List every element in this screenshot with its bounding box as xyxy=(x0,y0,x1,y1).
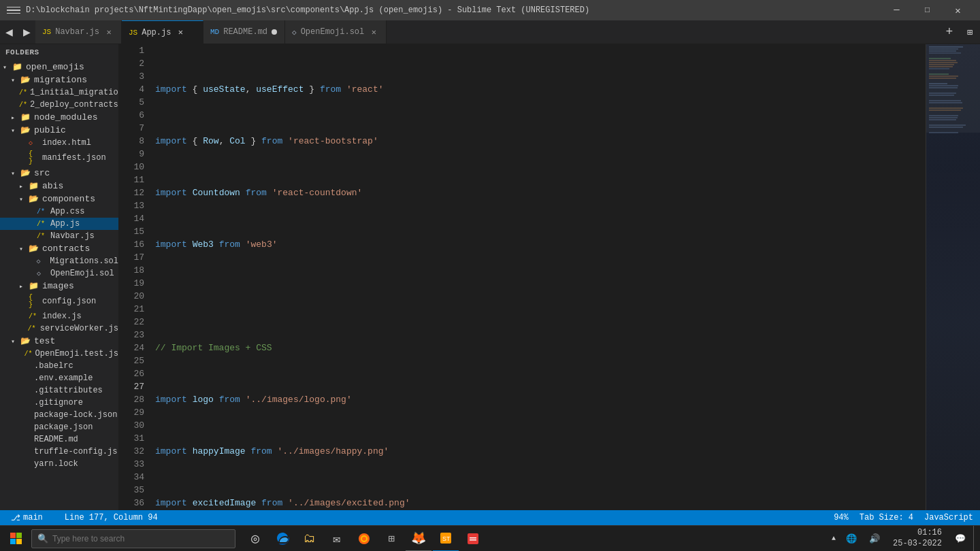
firefox-icon xyxy=(357,532,371,546)
tab-layout-button[interactable]: ⊞ xyxy=(960,20,980,44)
sidebar-item-src[interactable]: ▾ 📂 src xyxy=(0,167,118,180)
taskbar-terminal-button[interactable]: ⊞ xyxy=(378,526,404,552)
sidebar-label-node-modules: node_modules xyxy=(34,112,98,122)
tab-nav-forward[interactable]: ▶ xyxy=(18,20,35,44)
sidebar-item-node-modules[interactable]: ▸ 📁 node_modules xyxy=(0,111,118,124)
close-button[interactable]: ✕ xyxy=(943,0,973,20)
tab-appjs[interactable]: JS App.js ✕ xyxy=(122,20,203,44)
tray-network-icon[interactable]: 🌐 xyxy=(841,526,862,552)
sidebar-item-migrations-sol[interactable]: ◇ Migrations.sol xyxy=(0,255,118,267)
start-button[interactable] xyxy=(3,526,30,552)
json-icon: { } xyxy=(29,150,39,165)
sidebar-item-readme-md[interactable]: README.md xyxy=(0,433,118,446)
search-bar[interactable]: 🔍 xyxy=(31,529,235,548)
sidebar-item-abis[interactable]: ▸ 📁 abis xyxy=(0,180,118,193)
status-tab-size[interactable]: Tab Size: 4 xyxy=(860,513,913,522)
json-icon: { } xyxy=(29,294,39,309)
tab-openemoji[interactable]: ◇ OpenEmoji.sol ✕ xyxy=(285,20,387,44)
tray-action-center[interactable]: 💬 xyxy=(950,526,970,552)
status-language[interactable]: JavaScript xyxy=(924,513,973,522)
status-zoom[interactable]: 94% xyxy=(834,513,849,522)
taskbar-mail-button[interactable]: ✉ xyxy=(324,526,350,552)
sidebar-item-env-example[interactable]: .env.example xyxy=(0,372,118,384)
taskbar-explorer-button[interactable]: 🗂 xyxy=(297,526,323,552)
sidebar-item-openemoji-sol[interactable]: ◇ OpenEmoji.sol xyxy=(0,267,118,280)
sidebar-label-yarn-lock: yarn.lock xyxy=(34,459,78,469)
sidebar-label-index-html: index.html xyxy=(42,138,91,148)
menu-icon[interactable] xyxy=(7,3,20,17)
tab-add-button[interactable]: + xyxy=(939,20,960,44)
code-area[interactable]: 1 2 3 4 5 6 7 8 9 10 11 12 13 14 15 16 1… xyxy=(119,44,980,510)
statusbar: ⎇ main Line 177, Column 94 94% Tab Size:… xyxy=(0,510,980,525)
tab-navbar-close[interactable]: ✕ xyxy=(103,27,114,37)
sidebar-item-images[interactable]: ▸ 📁 images xyxy=(0,280,118,293)
sidebar-item-yarn-lock[interactable]: yarn.lock xyxy=(0,458,118,470)
sidebar-item-test[interactable]: ▾ 📂 test xyxy=(0,335,118,348)
tab-openemoji-close[interactable]: ✕ xyxy=(368,27,379,37)
taskbar-edge-button[interactable] xyxy=(270,526,295,552)
code-line-4: import Web3 from 'web3' xyxy=(155,238,926,251)
taskbar-sublime-button[interactable]: ST xyxy=(433,526,459,552)
taskbar-metamask-button[interactable]: 🦊 xyxy=(406,526,431,552)
code-line-6: // Import Images + CSS xyxy=(155,341,926,354)
minimap[interactable] xyxy=(926,44,980,510)
sidebar-item-index-js[interactable]: /* index.js xyxy=(0,310,118,322)
tray-clock[interactable]: 01:16 25-03-2022 xyxy=(887,528,947,549)
sidebar-item-app-css[interactable]: /* App.css xyxy=(0,205,118,218)
expand-icon: ▾ xyxy=(19,195,29,203)
taskbar-search-button[interactable]: ◎ xyxy=(242,526,268,552)
sidebar-item-package-json[interactable]: package.json xyxy=(0,421,118,433)
tab-openemoji-icon: ◇ xyxy=(292,28,297,37)
sidebar-label-service-worker: serviceWorker.js xyxy=(40,324,118,333)
sidebar-label-package-lock: package-lock.json xyxy=(34,410,117,420)
folder-icon: 📂 xyxy=(20,125,31,135)
sidebar-item-migrations[interactable]: ▾ 📂 migrations xyxy=(0,73,118,86)
taskbar-app-icons: ◎ 🗂 ✉ ⊞ 🦊 xyxy=(242,526,486,552)
search-input[interactable] xyxy=(52,534,229,544)
sublime-icon: ST xyxy=(439,531,453,545)
tray-icons[interactable]: ▲ xyxy=(829,535,838,542)
sidebar-label-babelrc: .babelrc xyxy=(34,361,74,371)
sidebar-item-openemoji-test[interactable]: /* OpenEmoji.test.js xyxy=(0,348,118,360)
tray-arrow-icon[interactable]: ▲ xyxy=(832,535,836,542)
sidebar-item-index-html[interactable]: ◇ index.html xyxy=(0,137,118,149)
tab-appjs-close[interactable]: ✕ xyxy=(175,27,186,38)
sidebar-item-contracts[interactable]: ▾ 📂 contracts xyxy=(0,242,118,255)
sidebar-label-openemoji-sol: OpenEmoji.sol xyxy=(50,269,114,278)
tab-navbar[interactable]: JS Navbar.js ✕ xyxy=(35,20,122,44)
branch-name: main xyxy=(23,513,43,522)
sidebar-item-gitattributes[interactable]: .gitattributes xyxy=(0,384,118,397)
sidebar-item-gitignore[interactable]: .gitignore xyxy=(0,397,118,409)
sidebar-item-manifest-json[interactable]: { } manifest.json xyxy=(0,149,118,167)
sidebar-item-public[interactable]: ▾ 📂 public xyxy=(0,124,118,137)
taskbar-firefox-button[interactable] xyxy=(351,526,377,552)
sidebar-item-package-lock[interactable]: package-lock.json xyxy=(0,409,118,421)
maximize-button[interactable]: □ xyxy=(912,0,943,20)
sidebar-item-babelrc[interactable]: .babelrc xyxy=(0,360,118,372)
sidebar-item-2-deploy[interactable]: /* 2_deploy_contracts.js xyxy=(0,99,118,111)
svg-rect-3 xyxy=(16,539,22,544)
code-line-7: import logo from '../images/logo.png' xyxy=(155,393,926,406)
sidebar-item-truffle-config[interactable]: truffle-config.js xyxy=(0,446,118,458)
sidebar-item-1-initial[interactable]: /* 1_initial_migration.js xyxy=(0,86,118,99)
mail-icon: ✉ xyxy=(333,531,341,546)
tab-readme[interactable]: MD README.md xyxy=(203,20,285,44)
sidebar-item-app-js[interactable]: /* App.js xyxy=(0,218,118,230)
sidebar-item-open-emojis[interactable]: ▾ 📁 open_emojis xyxy=(0,61,118,73)
minimize-button[interactable]: ─ xyxy=(881,0,912,20)
status-branch[interactable]: ⎇ main xyxy=(7,513,47,523)
sidebar-item-config-json[interactable]: { } config.json xyxy=(0,293,118,310)
tray-show-desktop[interactable] xyxy=(973,526,977,552)
tab-nav-back[interactable]: ◀ xyxy=(0,20,18,44)
sidebar-item-navbar-js[interactable]: /* Navbar.js xyxy=(0,230,118,242)
status-position[interactable]: Line 177, Column 94 xyxy=(65,513,158,522)
sidebar-label-migrations-sol: Migrations.sol xyxy=(50,256,118,266)
sidebar-header: FOLDERS xyxy=(0,44,118,61)
code-line-3: import Countdown from 'react-countdown' xyxy=(155,186,926,199)
tray-volume-icon[interactable]: 🔊 xyxy=(864,526,885,552)
sidebar-item-components[interactable]: ▾ 📂 components xyxy=(0,193,118,205)
sidebar-item-service-worker[interactable]: /* serviceWorker.js xyxy=(0,322,118,335)
sidebar-label-truffle-config: truffle-config.js xyxy=(34,447,117,456)
taskbar-app8-button[interactable] xyxy=(460,526,486,552)
code-content[interactable]: import { useState, useEffect } from 'rea… xyxy=(150,44,926,510)
